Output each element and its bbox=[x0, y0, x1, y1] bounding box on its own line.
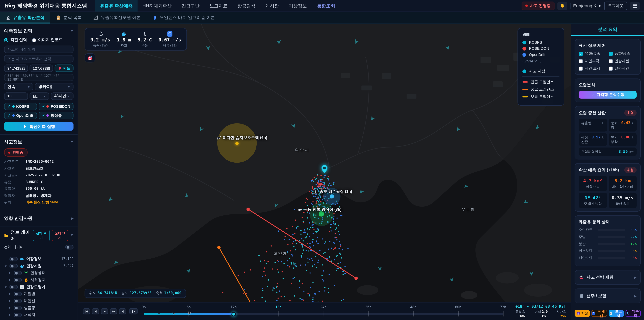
all-layers-on-button[interactable]: 전체 켜기 bbox=[33, 229, 50, 241]
layer-toggle[interactable] bbox=[14, 305, 22, 310]
menu-button[interactable] bbox=[630, 2, 640, 10]
layer-toggle[interactable] bbox=[10, 284, 18, 289]
tree-down-arrow[interactable]: ▼ bbox=[4, 264, 8, 267]
play-button[interactable] bbox=[101, 308, 108, 314]
tree-down-arrow[interactable]: ▼ bbox=[4, 285, 8, 288]
playback-speed-button[interactable]: 1× bbox=[129, 308, 138, 314]
incident-section-header[interactable]: 사고정보 ▼ bbox=[4, 138, 74, 148]
model-chip-KOSPS[interactable]: ✓KOSPS bbox=[4, 103, 37, 110]
display-checkbox-날짜시간[interactable]: 날짜시간 bbox=[608, 66, 636, 71]
tree-right-arrow[interactable]: ▶ bbox=[8, 271, 12, 274]
timeline-tick-72h[interactable]: 72h bbox=[500, 305, 506, 309]
vessel-spec-card[interactable]: 사고 선박 제원 ▶ bbox=[574, 270, 641, 285]
tree-right-arrow[interactable]: ▶ bbox=[8, 299, 12, 302]
nav-item[interactable]: 보고자료 bbox=[204, 0, 232, 12]
layer-toggle[interactable] bbox=[14, 277, 22, 282]
incident-active-badge[interactable]: 사고 진행중 bbox=[522, 2, 554, 10]
map-canvas[interactable]: 여자만 습지보호구역 (6h) 종포 해수욕장 (1h) 국동 전복 양식장 (… bbox=[78, 24, 571, 302]
incident-dot-icon bbox=[522, 70, 526, 73]
input-mode-radio[interactable]: 이미지 업로드 bbox=[32, 38, 62, 43]
all-layers-off-button[interactable]: 전체 끄기 bbox=[52, 229, 68, 241]
notifications-button[interactable] bbox=[557, 2, 567, 10]
display-checkbox-풍향/풍속[interactable]: ✓풍향/풍속 bbox=[608, 51, 636, 56]
skip-to-start-button[interactable] bbox=[83, 308, 90, 314]
display-checkbox-해안부착[interactable]: 해안부착 bbox=[579, 59, 607, 64]
layer-toggle[interactable] bbox=[14, 312, 22, 317]
fence-deploy-marker[interactable] bbox=[188, 309, 191, 316]
tree-right-arrow[interactable]: ▶ bbox=[8, 278, 12, 281]
incident-location-pin[interactable] bbox=[321, 165, 328, 173]
model-chip-앙상블[interactable]: ✓앙상블 bbox=[38, 112, 74, 119]
sub-tab[interactable]: 오일펜스 배치 알고리즘 이론 bbox=[146, 12, 221, 24]
model-chip-POSEIDON[interactable]: ✓POSEIDON bbox=[38, 103, 74, 110]
duration-select[interactable]: 48시간 ▼ bbox=[51, 93, 74, 100]
저장-button[interactable]: 저장 bbox=[574, 310, 590, 317]
timeline-tick-48h[interactable]: 48h bbox=[410, 305, 416, 309]
layer-item-민감자원: ▼민감자원3,947 bbox=[4, 262, 74, 269]
run-prediction-button[interactable]: 확산예측 실행 bbox=[4, 122, 74, 131]
nav-item[interactable]: 항공탐색 bbox=[232, 0, 260, 12]
nav-item[interactable]: 유출유 확산예측 bbox=[95, 0, 138, 12]
역추적-button[interactable]: 역추적 bbox=[626, 310, 641, 317]
prediction-section-header[interactable]: 예측정보 입력 ▼ bbox=[4, 27, 74, 37]
nav-item[interactable]: 통합조회 bbox=[312, 0, 340, 12]
layer-toggle[interactable] bbox=[10, 264, 18, 268]
amount-input[interactable] bbox=[4, 93, 28, 100]
longitude-input[interactable] bbox=[29, 65, 53, 72]
detail-value: 남해청, 방재과 bbox=[26, 193, 52, 198]
beach-label[interactable]: 종포 해수욕장 (1h) bbox=[313, 189, 352, 194]
nav-item[interactable]: 기상정보 bbox=[284, 0, 312, 12]
farm-label[interactable]: 국동 전복 양식장 (3h) bbox=[298, 207, 342, 212]
timeline-tick-mark bbox=[458, 311, 458, 316]
pick-on-map-button[interactable]: 지도 bbox=[55, 65, 74, 72]
fence-deploy-marker[interactable] bbox=[172, 309, 176, 316]
step-back-button[interactable] bbox=[92, 308, 99, 314]
nav-item[interactable]: HNS·대기확산 bbox=[138, 0, 176, 12]
display-checkbox-민감자원[interactable]: 민감자원 bbox=[608, 59, 636, 64]
timeline-tick-18h[interactable]: 18h bbox=[276, 305, 282, 309]
sensitive-section-header[interactable]: 영향 민감자원 ▶ bbox=[4, 214, 74, 222]
timeline-tick-6h[interactable]: 6h bbox=[187, 305, 191, 309]
oil-type-select[interactable]: 벙커C유 ▼ bbox=[35, 83, 74, 91]
nav-item[interactable]: 게시판 bbox=[260, 0, 284, 12]
logout-button[interactable]: 로그아웃 bbox=[604, 2, 627, 10]
tree-right-arrow[interactable]: ▶ bbox=[8, 306, 12, 309]
layer-toggle[interactable] bbox=[14, 292, 22, 296]
sub-tab[interactable]: 유출유 확산분석 bbox=[0, 12, 50, 24]
beach-point[interactable] bbox=[330, 194, 334, 198]
timeline-tick-60h[interactable]: 60h bbox=[455, 305, 461, 309]
polygon-analysis-button[interactable]: 다각형 분석수행 bbox=[579, 91, 636, 99]
owner-insurance-card[interactable]: 선주 / 보험 ▶ bbox=[574, 288, 641, 303]
layer-toggle[interactable] bbox=[14, 271, 22, 275]
unit-select[interactable]: kL ▼ bbox=[30, 93, 49, 100]
display-checkbox-시간 표시[interactable]: 시간 표시 bbox=[579, 66, 607, 71]
timeline-tick-36h[interactable]: 36h bbox=[365, 305, 372, 309]
incident-name-input[interactable] bbox=[4, 46, 74, 53]
재계산-button[interactable]: 재계산 bbox=[592, 310, 607, 317]
display-checkbox-유향/유속[interactable]: ✓유향/유속 bbox=[579, 51, 607, 56]
master-layer-toggle[interactable] bbox=[65, 245, 74, 249]
timeline-tick-mark bbox=[324, 311, 324, 316]
sub-tab[interactable]: 유출유확산모델 이론 bbox=[88, 12, 146, 24]
wetland-label[interactable]: 여자만 습지보호구역 (6h) bbox=[217, 135, 267, 141]
spill-type-select[interactable]: 연속 ▼ bbox=[4, 83, 33, 91]
skip-to-end-button[interactable] bbox=[119, 308, 126, 314]
latitude-input[interactable] bbox=[4, 65, 28, 72]
nav-item[interactable]: 긴급구난 bbox=[176, 0, 204, 12]
recenter-incident-button[interactable] bbox=[84, 53, 95, 62]
tree-right-arrow[interactable]: ▶ bbox=[8, 292, 12, 295]
sub-tab[interactable]: 분석 목록 bbox=[50, 12, 88, 24]
tree-right-arrow[interactable]: ▶ bbox=[8, 313, 12, 316]
timeline-tick-12h[interactable]: 12h bbox=[230, 305, 237, 309]
layer-toggle[interactable] bbox=[10, 256, 18, 261]
model-chip-OpenDrift[interactable]: ✓OpenDrift bbox=[4, 112, 37, 119]
timeline-tick-0h[interactable]: 0h bbox=[142, 305, 146, 309]
wetland-point[interactable] bbox=[235, 142, 239, 145]
timeline-tick-24h[interactable]: 24h bbox=[320, 305, 326, 309]
fast-forward-button[interactable] bbox=[110, 308, 117, 314]
보고서-button[interactable]: 보고서 bbox=[608, 310, 624, 317]
input-mode-radio[interactable]: 직접 입력 bbox=[4, 38, 27, 43]
incident-list-input[interactable] bbox=[4, 55, 74, 62]
layer-toggle[interactable] bbox=[14, 298, 22, 303]
fence-deploy-marker[interactable] bbox=[158, 309, 160, 316]
